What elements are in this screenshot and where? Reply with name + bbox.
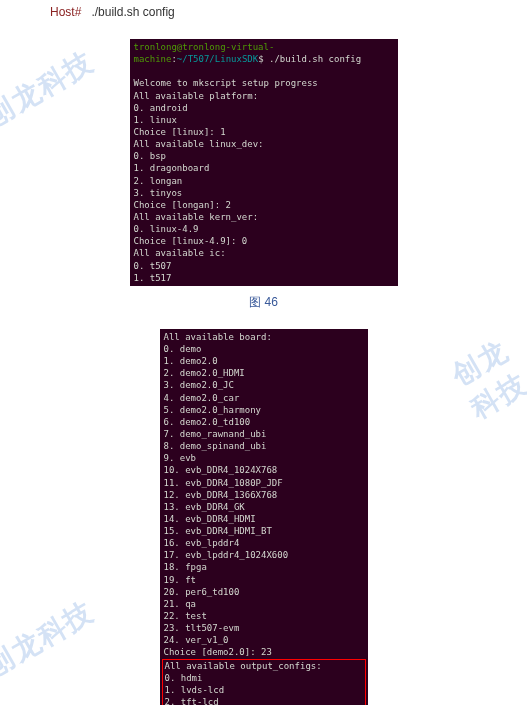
terminal-screenshot-2: All available board: 0. demo 1. demo2.0 … — [160, 329, 368, 705]
host-prompt: Host# — [50, 5, 81, 19]
terminal-screenshot-1: tronlong@tronlong-virtual-machine:~/T507… — [130, 39, 398, 286]
figure-caption-46: 图 46 — [50, 294, 477, 311]
host-command-line: Host# ./build.sh config — [50, 5, 477, 19]
host-command: ./build.sh config — [91, 5, 174, 19]
highlight-box: All available output_configs: 0. hdmi 1.… — [162, 659, 366, 705]
